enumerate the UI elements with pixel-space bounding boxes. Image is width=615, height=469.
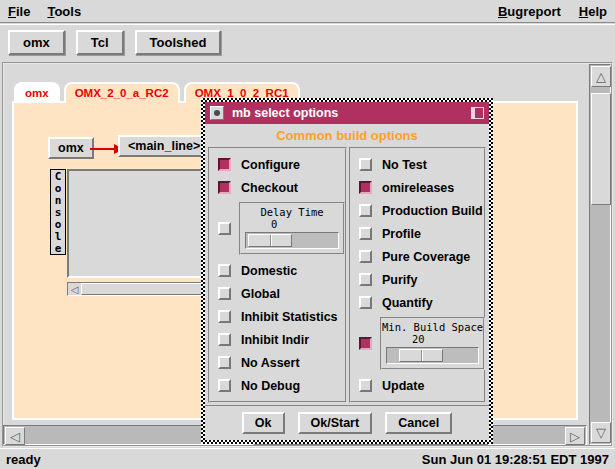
checkbox-checkout[interactable] [218,181,231,194]
option-row-global: Global [218,282,345,305]
min-build-space-slider[interactable] [386,347,479,364]
option-label: Pure Coverage [382,250,470,264]
toolbar: omxTclToolshed [0,24,615,60]
option-row-update: Update [359,374,484,397]
min-build-space-group: Min. Build Space 20 [359,317,484,370]
option-row-omireleases: omireleases [359,176,484,199]
statusbar: ready Sun Jun 01 19:28:51 EDT 1997 [0,448,615,469]
option-row-no-test: No Test [359,153,484,176]
delay-time-label: Delay Time [241,206,343,218]
tab-omx-2-0-a-rc2[interactable]: OMX_2_0_a_RC2 [64,82,180,103]
menu-file[interactable]: File [8,4,30,19]
application-window: FileTools BugreportHelp omxTclToolshed o… [0,0,615,469]
delay-slider-thumb[interactable] [248,234,292,247]
dialog-body: ConfigureCheckout Delay Time 0 DomesticG… [205,147,489,403]
option-row-production-build: Production Build [359,199,484,222]
menu-help[interactable]: Help [579,4,607,19]
tab-omx[interactable]: omx [14,82,60,103]
min-build-space-value: 20 [382,333,483,346]
main-line-node-button[interactable]: <main_line> [118,135,210,157]
checkbox-no-debug[interactable] [218,379,231,392]
checkbox-min-build-space[interactable] [359,337,372,350]
options-column-right: No TestomireleasesProduction BuildProfil… [349,147,486,403]
option-row-inhibit-indir: Inhibit Indir [218,328,345,351]
option-label: No Assert [241,356,300,370]
checkbox-configure[interactable] [218,158,231,171]
menu-tools[interactable]: Tools [47,4,81,19]
option-label: omireleases [382,181,454,195]
menubar-left: FileTools [8,4,81,19]
delay-time-group: Delay Time 0 [218,202,345,255]
option-row-domestic: Domestic [218,259,345,282]
option-label: Inhibit Indir [241,333,309,347]
toolbar-button-tcl[interactable]: Tcl [76,30,124,55]
option-label: Inhibit Statistics [241,310,338,324]
checkbox-no-test[interactable] [359,158,372,171]
dialog-titlebar[interactable]: mb select options [205,102,489,124]
option-row-purify: Purify [359,268,484,291]
checkbox-inhibit-indir[interactable] [218,333,231,346]
omx-node-button[interactable]: omx [48,137,94,159]
window-menu-icon[interactable] [210,106,224,120]
vertical-scrollbar-thumb[interactable] [591,93,611,205]
option-row-checkout: Checkout [218,176,345,199]
option-label: Quantify [382,296,433,310]
option-label: Profile [382,227,421,241]
options-column-left: ConfigureCheckout Delay Time 0 DomesticG… [208,147,347,403]
checkbox-pure-coverage[interactable] [359,250,372,263]
checkbox-no-assert[interactable] [218,356,231,369]
checkbox-global[interactable] [218,287,231,300]
option-label: Configure [241,158,300,172]
option-row-configure: Configure [218,153,345,176]
checkbox-profile[interactable] [359,227,372,240]
dialog-title: mb select options [232,106,463,120]
min-build-space-slider-thumb[interactable] [399,349,443,362]
checkbox-inhibit-statistics[interactable] [218,310,231,323]
console-label: Console [50,169,66,255]
checkbox-production-build[interactable] [359,204,372,217]
checkbox-domestic[interactable] [218,264,231,277]
option-label: No Test [382,158,427,172]
option-row-pure-coverage: Pure Coverage [359,245,484,268]
dialog-button-ok-start[interactable]: Ok/Start [298,412,373,434]
checkbox-delay-time[interactable] [218,222,231,235]
dialog-header: Common build options [205,124,489,147]
delay-time-box: Delay Time 0 [239,202,345,255]
menu-bugreport[interactable]: Bugreport [498,4,561,19]
toolbar-button-omx[interactable]: omx [8,30,65,55]
status-text: ready [6,452,41,467]
checkbox-quantify[interactable] [359,296,372,309]
dialog-button-ok[interactable]: Ok [242,412,285,434]
option-label: Purify [382,273,417,287]
option-label: Checkout [241,181,298,195]
scroll-up-icon[interactable]: △ [591,66,611,87]
option-row-profile: Profile [359,222,484,245]
scroll-left-icon[interactable]: ◁ [68,283,81,295]
option-row-quantify: Quantify [359,291,484,314]
delay-time-value: 0 [241,218,343,231]
dialog-button-row: OkOk/StartCancel [205,405,489,440]
option-row-inhibit-statistics: Inhibit Statistics [218,305,345,328]
option-row-no-debug: No Debug [218,374,345,397]
min-build-space-box: Min. Build Space 20 [380,317,485,370]
option-label: Global [241,287,280,301]
toolbar-button-toolshed[interactable]: Toolshed [135,30,222,55]
scroll-left-icon[interactable]: ◁ [5,427,25,445]
option-label: Update [382,379,424,393]
min-build-space-label: Min. Build Space [382,321,483,333]
scroll-right-icon[interactable]: ▷ [565,427,585,445]
maximize-icon[interactable] [471,107,484,119]
menubar-right: BugreportHelp [498,4,607,19]
checkbox-purify[interactable] [359,273,372,286]
delay-time-slider[interactable] [245,232,339,249]
option-label: No Debug [241,379,300,393]
dialog-button-cancel[interactable]: Cancel [385,412,452,434]
option-label: Production Build [382,204,483,218]
vertical-scrollbar[interactable]: △ ▽ [589,64,611,445]
scroll-down-icon[interactable]: ▽ [591,422,611,443]
checkbox-omireleases[interactable] [359,181,372,194]
option-label: Domestic [241,264,297,278]
checkbox-update[interactable] [359,379,372,392]
menubar: FileTools BugreportHelp [0,0,615,23]
option-row-no-assert: No Assert [218,351,345,374]
